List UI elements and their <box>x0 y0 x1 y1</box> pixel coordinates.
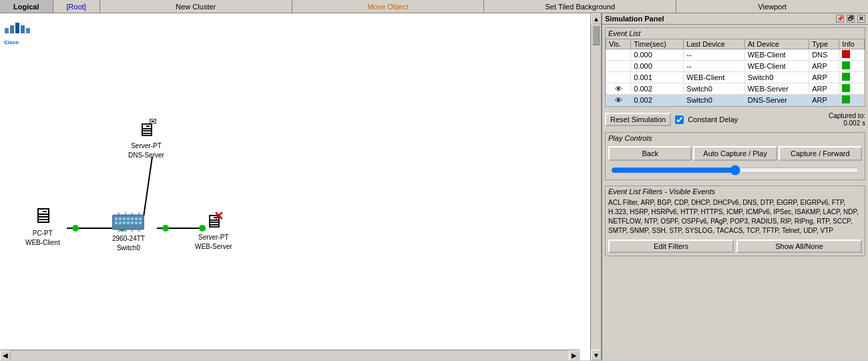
svg-rect-26 <box>135 222 138 224</box>
pin-button[interactable]: 📌 <box>836 15 844 23</box>
node-switch[interactable]: 2960-24TT Switch0 <box>112 212 145 252</box>
main-area: Cisco 🖥 PC-PT WEB-Client <box>0 13 868 360</box>
play-buttons-row: Back Auto Capture / Play Capture / Forwa… <box>606 143 865 163</box>
svg-rect-16 <box>123 218 126 220</box>
scroll-left-arrow[interactable]: ◀ <box>0 350 11 361</box>
svg-rect-3 <box>21 25 25 33</box>
event-type: DNS <box>809 49 839 61</box>
event-vis: 👁 <box>606 95 631 106</box>
cisco-logo: Cisco <box>1 15 35 48</box>
event-time: 0.002 <box>631 83 684 95</box>
back-button[interactable]: Back <box>608 146 692 161</box>
play-controls-title: Play Controls <box>606 133 865 143</box>
svg-point-11 <box>162 225 169 232</box>
vertical-scrollbar[interactable]: ▲ ▼ <box>590 13 601 360</box>
restore-button[interactable]: 🗗 <box>847 15 855 23</box>
auto-capture-button[interactable]: Auto Capture / Play <box>693 146 777 161</box>
scroll-thumb-v[interactable] <box>592 25 600 45</box>
switch-label1: 2960-24TT <box>112 235 145 243</box>
col-vis: Vis. <box>606 39 631 49</box>
event-row[interactable]: 0.000--WEB-ClientDNS <box>606 49 865 61</box>
node-dns-server[interactable]: 🖥 ✉ Server-PT DNS-Server <box>128 119 164 159</box>
sim-panel-title: Simulation Panel <box>605 15 664 23</box>
close-button[interactable]: ✕ <box>857 15 865 23</box>
toolbar-new-cluster[interactable]: New Cluster <box>100 0 292 13</box>
speed-slider[interactable] <box>611 165 859 175</box>
col-info: Info <box>839 39 865 49</box>
scroll-down-arrow[interactable]: ▼ <box>591 350 602 360</box>
dns-label1: Server-PT <box>131 142 162 150</box>
pc-label2: WEB-Client <box>25 239 60 247</box>
toolbar-viewport[interactable]: Viewport <box>676 0 868 13</box>
event-time: 0.001 <box>631 72 684 83</box>
event-row[interactable]: 0.000--WEB-ClientARP <box>606 61 865 72</box>
svg-rect-24 <box>127 222 130 224</box>
svg-rect-19 <box>135 218 138 220</box>
constant-delay-label: Constant Delay <box>688 115 738 123</box>
svg-rect-22 <box>119 222 122 224</box>
event-time: 0.002 <box>631 95 684 106</box>
col-last-device: Last Device <box>684 39 744 49</box>
capture-forward-button[interactable]: Capture / Forward <box>779 146 862 161</box>
toolbar-move-object[interactable]: Move Object <box>292 0 485 13</box>
canvas-area[interactable]: Cisco 🖥 PC-PT WEB-Client <box>0 13 590 360</box>
event-info <box>839 49 865 61</box>
event-at-device: WEB-Client <box>744 49 809 61</box>
event-row[interactable]: 0.001WEB-ClientSwitch0ARP <box>606 72 865 83</box>
node-pc[interactable]: 🖥 PC-PT WEB-Client <box>25 204 60 247</box>
svg-rect-18 <box>131 218 134 220</box>
event-color-dot <box>842 84 850 92</box>
event-info <box>839 95 865 106</box>
event-at-device: WEB-Client <box>744 61 809 72</box>
show-all-button[interactable]: Show All/None <box>736 240 862 253</box>
event-last-device: Switch0 <box>684 95 744 106</box>
svg-rect-4 <box>26 28 30 33</box>
event-row[interactable]: 👁0.002Switch0DNS-ServerARP <box>606 95 865 106</box>
svg-line-9 <box>144 157 152 217</box>
topology-svg <box>0 13 590 360</box>
svg-text:Cisco: Cisco <box>4 39 19 45</box>
switch-svg-icon <box>112 212 144 234</box>
horizontal-scrollbar[interactable]: ◀ ▶ <box>0 350 580 360</box>
web-label2: WEB-Server <box>195 243 232 251</box>
event-row[interactable]: 👁0.002Switch0WEB-ServerARP <box>606 83 865 95</box>
event-list-title: Event List <box>606 28 865 39</box>
event-type: ARP <box>809 83 839 95</box>
col-at-device: At Device <box>744 39 809 49</box>
event-color-dot <box>842 61 850 69</box>
event-type: ARP <box>809 72 839 83</box>
svg-rect-17 <box>127 218 130 220</box>
event-time: 0.000 <box>631 49 684 61</box>
edit-filters-button[interactable]: Edit Filters <box>608 240 734 253</box>
reset-simulation-button[interactable]: Reset Simulation <box>605 113 671 126</box>
event-last-device: -- <box>684 61 744 72</box>
svg-rect-20 <box>139 218 142 220</box>
event-at-device: DNS-Server <box>744 95 809 106</box>
toolbar-logical[interactable]: Logical <box>0 0 53 13</box>
event-info <box>839 83 865 95</box>
svg-rect-14 <box>115 218 118 220</box>
svg-rect-0 <box>5 28 9 33</box>
toolbar-root[interactable]: [Root] <box>53 0 100 13</box>
event-list-section: Event List Vis. Time(sec) Last Device At… <box>605 27 865 107</box>
sim-controls-row: Reset Simulation Constant Delay Captured… <box>602 109 868 129</box>
filters-section: Event List Filters - Visible Events ACL … <box>605 186 865 256</box>
pc-icon: 🖥 <box>32 204 53 228</box>
scroll-right-arrow[interactable]: ▶ <box>569 350 580 361</box>
constant-delay-checkbox[interactable] <box>675 115 684 124</box>
scroll-up-arrow[interactable]: ▲ <box>591 13 602 24</box>
event-vis <box>606 49 631 61</box>
pc-label1: PC-PT <box>33 230 53 238</box>
event-info <box>839 61 865 72</box>
filters-title: Event List Filters - Visible Events <box>606 186 865 197</box>
event-info <box>839 72 865 83</box>
node-web-server[interactable]: 🖥 ✕ Server-PT WEB-Server <box>195 210 232 251</box>
sim-panel-titlebar: Simulation Panel 📌 🗗 ✕ <box>602 13 868 25</box>
event-color-dot <box>842 73 850 81</box>
svg-rect-25 <box>131 222 134 224</box>
event-at-device: WEB-Server <box>744 83 809 95</box>
play-controls-section: Play Controls Back Auto Capture / Play C… <box>605 132 865 180</box>
event-type: ARP <box>809 95 839 106</box>
slider-row <box>606 163 865 179</box>
toolbar-set-tiled-bg[interactable]: Set Tiled Background <box>484 0 676 13</box>
